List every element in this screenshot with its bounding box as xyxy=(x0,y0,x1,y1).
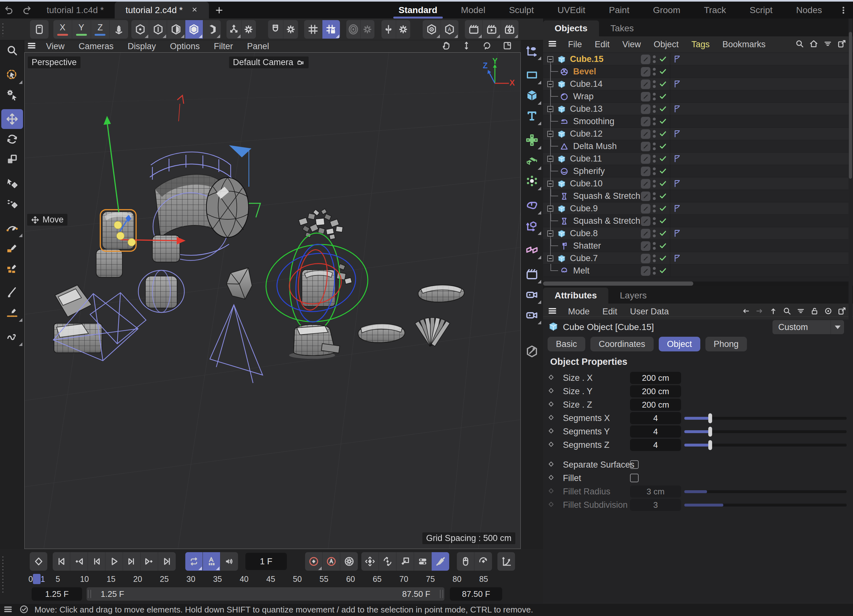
tree-object-row[interactable]: Cube.10 xyxy=(543,177,848,190)
phong-tag[interactable] xyxy=(673,204,681,214)
visibility-dots[interactable] xyxy=(652,252,657,266)
tree-object-row[interactable]: Cube.15 xyxy=(543,53,848,65)
visibility-dots[interactable] xyxy=(652,78,657,92)
enabled-toggle[interactable] xyxy=(659,204,667,214)
property-value-field[interactable]: 200 cm xyxy=(630,372,681,384)
dolly-view-button[interactable] xyxy=(459,41,474,52)
property-value-field[interactable]: 4 xyxy=(630,412,681,424)
phong-tag[interactable] xyxy=(673,154,681,164)
tree-deformer-row[interactable]: Squash & Stretch xyxy=(543,215,848,227)
editor-visibility-toggle[interactable] xyxy=(641,142,650,151)
visibility-dots[interactable] xyxy=(652,202,657,216)
enabled-toggle[interactable] xyxy=(659,105,667,114)
panel-vscrollbar[interactable] xyxy=(848,18,852,603)
tree-object-row[interactable]: Cube.8 xyxy=(543,227,848,240)
editor-visibility-toggle[interactable] xyxy=(641,54,650,64)
enabled-toggle[interactable] xyxy=(659,142,667,151)
visibility-dots[interactable] xyxy=(652,53,657,67)
snap-toggle-button[interactable] xyxy=(268,20,283,39)
objects-menu-button[interactable] xyxy=(548,39,557,50)
render-view-button[interactable] xyxy=(465,20,483,39)
parent-object-button[interactable] xyxy=(767,306,779,317)
key-parameters-off-button[interactable] xyxy=(432,552,449,571)
editor-visibility-toggle[interactable] xyxy=(641,192,650,201)
attribute-section-basic[interactable]: Basic xyxy=(548,337,585,351)
key-position-button[interactable] xyxy=(361,552,379,571)
property-checkbox[interactable] xyxy=(630,474,639,482)
zoom-tool[interactable] xyxy=(1,41,23,61)
editor-visibility-toggle[interactable] xyxy=(641,266,650,276)
visibility-dots[interactable] xyxy=(652,153,657,166)
isolate-view-button[interactable] xyxy=(423,20,441,39)
redo-button[interactable] xyxy=(18,2,36,18)
collapse-toggle[interactable] xyxy=(547,131,553,137)
document-tab-active[interactable]: tutorial 2.c4d * xyxy=(115,2,209,18)
axis-y-toggle[interactable]: Y xyxy=(72,20,91,39)
history-back-button[interactable] xyxy=(740,306,752,317)
property-slider[interactable] xyxy=(684,443,847,446)
workplane-button[interactable] xyxy=(304,20,322,39)
multi-move-tool[interactable] xyxy=(1,194,23,213)
visibility-dots[interactable] xyxy=(652,128,657,141)
objects-menu-view[interactable]: View xyxy=(616,39,647,50)
move-tool[interactable] xyxy=(1,109,23,129)
range-end-field[interactable]: 87.50 F xyxy=(450,587,502,601)
camera-render-button[interactable] xyxy=(522,285,542,304)
simulation-button[interactable] xyxy=(522,171,542,191)
timeline-ramp-button[interactable] xyxy=(498,552,515,571)
new-document-button[interactable] xyxy=(209,2,229,18)
collapse-toggle[interactable] xyxy=(547,81,553,87)
previous-key-button[interactable] xyxy=(70,552,88,571)
mouse-record-button[interactable] xyxy=(457,552,474,571)
symmetry-settings-button[interactable] xyxy=(396,20,411,39)
attributes-tab-attributes[interactable]: Attributes xyxy=(543,288,608,304)
visibility-dots[interactable] xyxy=(652,265,657,278)
close-tab[interactable] xyxy=(191,5,198,15)
tree-object-row[interactable]: Cube.13 xyxy=(543,103,848,115)
property-value-field[interactable]: 4 xyxy=(630,425,681,437)
visibility-dots[interactable] xyxy=(652,215,657,229)
enabled-toggle[interactable] xyxy=(659,80,667,89)
visibility-dots[interactable] xyxy=(652,190,657,204)
spline-smooth-tool[interactable] xyxy=(1,327,23,347)
visibility-dots[interactable] xyxy=(652,90,657,104)
editor-visibility-toggle[interactable] xyxy=(641,254,650,263)
axis-x-toggle[interactable]: X xyxy=(53,20,72,39)
editor-visibility-toggle[interactable] xyxy=(641,104,650,114)
enabled-toggle[interactable] xyxy=(659,92,667,102)
hierarchy-tool-button[interactable] xyxy=(226,20,241,39)
next-key-button[interactable] xyxy=(141,552,158,571)
layout-item-model[interactable]: Model xyxy=(449,2,497,18)
property-value-field[interactable]: 200 cm xyxy=(630,399,681,411)
objects-tab-takes[interactable]: Takes xyxy=(599,20,645,36)
attributes-menu-user-data[interactable]: User Data xyxy=(624,307,675,316)
enabled-toggle[interactable] xyxy=(659,217,667,226)
view-label[interactable]: Perspective xyxy=(28,56,80,68)
history-forward-button[interactable] xyxy=(754,306,765,317)
cube-pen-tool[interactable] xyxy=(1,258,23,278)
editor-visibility-toggle[interactable] xyxy=(641,92,650,101)
render-settings-button[interactable] xyxy=(501,20,519,39)
playhead[interactable] xyxy=(33,574,41,584)
layout-overflow-button[interactable] xyxy=(834,5,853,15)
viewport-menu-options[interactable]: Options xyxy=(163,41,207,51)
null-axis-button[interactable] xyxy=(522,216,542,236)
key-scale-button[interactable] xyxy=(396,552,414,571)
enabled-toggle[interactable] xyxy=(659,117,667,127)
attributes-tab-layers[interactable]: Layers xyxy=(608,288,658,304)
filter-attributes-button[interactable] xyxy=(795,306,807,317)
viewport-menu-filter[interactable]: Filter xyxy=(207,41,240,51)
tree-deformer-row[interactable]: Delta Mush xyxy=(543,140,848,153)
render-clapper-button[interactable] xyxy=(522,264,542,284)
editor-visibility-toggle[interactable] xyxy=(641,79,650,89)
goto-start-button[interactable] xyxy=(53,552,70,571)
objects-tab-objects[interactable]: Objects xyxy=(543,20,599,36)
objects-menu-tags[interactable]: Tags xyxy=(685,39,716,50)
axis-z-toggle[interactable]: Z xyxy=(91,20,110,39)
visibility-dots[interactable] xyxy=(652,65,657,79)
objects-menu-object[interactable]: Object xyxy=(647,39,685,50)
open-panel-button[interactable] xyxy=(836,39,848,50)
phong-tag[interactable] xyxy=(673,254,681,263)
visibility-dots[interactable] xyxy=(652,227,657,241)
record-keyframe-button[interactable] xyxy=(305,552,323,571)
